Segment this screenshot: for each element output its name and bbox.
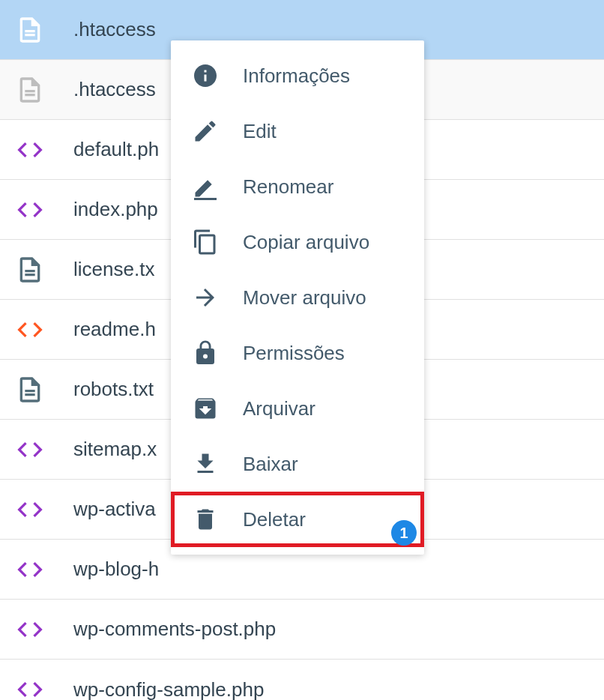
file-name: wp-blog-h <box>73 558 159 581</box>
menu-item-info[interactable]: Informações <box>171 48 424 103</box>
menu-item-copy[interactable]: Copiar arquivo <box>171 214 424 270</box>
menu-label: Deletar <box>243 508 306 531</box>
menu-label: Informações <box>243 64 350 88</box>
file-name: wp-config-sample.php <box>73 678 264 701</box>
file-name: wp-comments-post.php <box>73 618 276 641</box>
menu-item-download[interactable]: Baixar <box>171 436 424 492</box>
code-icon <box>15 435 52 465</box>
file-icon <box>15 75 52 105</box>
menu-item-edit[interactable]: Edit <box>171 103 424 159</box>
code-icon <box>15 555 52 585</box>
notification-badge: 1 <box>391 520 417 546</box>
file-icon <box>15 15 52 45</box>
lock-icon <box>192 340 219 366</box>
file-name: index.php <box>73 198 158 221</box>
menu-label: Renomear <box>243 175 333 199</box>
menu-label: Arquivar <box>243 397 315 420</box>
menu-item-rename[interactable]: Renomear <box>171 159 424 214</box>
code-icon <box>15 195 52 225</box>
rename-icon <box>192 173 219 200</box>
file-name: robots.txt <box>73 378 154 401</box>
code-icon <box>15 315 52 345</box>
file-name: .htaccess <box>73 18 156 41</box>
menu-label: Copiar arquivo <box>243 231 369 254</box>
menu-label: Edit <box>243 120 277 143</box>
menu-label: Mover arquivo <box>243 286 366 310</box>
delete-icon <box>192 506 219 533</box>
download-icon <box>192 450 219 477</box>
file-name: default.ph <box>73 138 159 161</box>
menu-item-move[interactable]: Mover arquivo <box>171 270 424 325</box>
file-name: wp-activa <box>73 498 156 521</box>
menu-item-archive[interactable]: Arquivar <box>171 381 424 436</box>
file-icon <box>15 375 52 405</box>
copy-icon <box>192 229 219 256</box>
file-icon <box>15 255 52 285</box>
code-icon <box>15 615 52 645</box>
file-name: sitemap.x <box>73 438 157 461</box>
file-name: .htaccess <box>73 78 156 101</box>
archive-icon <box>192 395 219 422</box>
menu-label: Baixar <box>243 453 298 476</box>
menu-label: Permissões <box>243 342 345 365</box>
code-icon <box>15 675 52 700</box>
context-menu: Informações Edit Renomear Copiar arquivo… <box>171 40 424 555</box>
file-name: readme.h <box>73 318 156 341</box>
code-icon <box>15 495 52 525</box>
info-icon <box>192 62 219 89</box>
menu-item-permissions[interactable]: Permissões <box>171 325 424 381</box>
menu-item-delete[interactable]: Deletar <box>171 492 424 547</box>
code-icon <box>15 135 52 165</box>
edit-icon <box>192 118 219 145</box>
file-name: license.tx <box>73 258 154 281</box>
file-row[interactable]: wp-comments-post.php <box>0 600 604 660</box>
move-icon <box>192 284 219 311</box>
file-row[interactable]: wp-config-sample.php <box>0 660 604 700</box>
